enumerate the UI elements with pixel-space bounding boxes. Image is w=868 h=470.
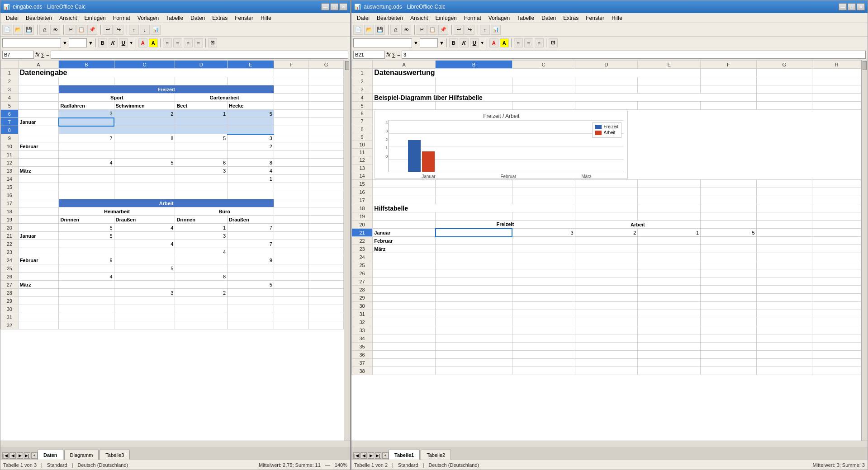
font-size-right[interactable]: 10 pt bbox=[420, 38, 438, 47]
tab-diagramm[interactable]: Diagramm bbox=[64, 450, 99, 460]
tab-first-right[interactable]: |◀ bbox=[353, 452, 360, 459]
menu-hilfe-right[interactable]: Hilfe bbox=[608, 14, 626, 22]
menu-fenster-right[interactable]: Fenster bbox=[582, 14, 608, 22]
col-e-left[interactable]: E bbox=[228, 61, 274, 69]
col-c-right[interactable]: C bbox=[512, 61, 575, 69]
cell-1g[interactable] bbox=[308, 69, 343, 77]
tab-prev-right[interactable]: ◀ bbox=[360, 452, 367, 459]
menu-ansicht-right[interactable]: Ansicht bbox=[407, 14, 432, 22]
vscrollbar-left[interactable] bbox=[344, 60, 350, 441]
tab-tabelle1[interactable]: Tabelle1 bbox=[389, 450, 420, 460]
print-icon-right[interactable]: 🖨 bbox=[390, 25, 400, 35]
align-center-button[interactable]: ≡ bbox=[173, 38, 182, 47]
underline-button-left[interactable]: U bbox=[119, 38, 128, 47]
highlight-right[interactable]: A bbox=[500, 38, 509, 47]
tab-prev-left[interactable]: ◀ bbox=[9, 452, 16, 459]
cut-icon-right[interactable]: ✂ bbox=[417, 25, 427, 35]
tab-last-left[interactable]: ▶| bbox=[24, 452, 30, 459]
redo-icon-right[interactable]: ↪ bbox=[465, 25, 474, 35]
tab-last-right[interactable]: ▶| bbox=[375, 452, 381, 459]
maximize-button-left[interactable]: □ bbox=[330, 3, 338, 10]
underline-button-right[interactable]: U bbox=[470, 38, 479, 47]
tab-tabelle3[interactable]: Tabelle3 bbox=[100, 450, 130, 460]
minimize-button-right[interactable]: — bbox=[839, 3, 847, 10]
open-icon-right[interactable]: 📂 bbox=[364, 25, 374, 35]
hscrollbar-left[interactable] bbox=[0, 441, 350, 447]
justify-button[interactable]: ≡ bbox=[194, 38, 203, 47]
cell-1f[interactable] bbox=[274, 69, 308, 77]
font-size-input-left[interactable]: 10 pt bbox=[69, 38, 87, 47]
col-c-left[interactable]: C bbox=[114, 61, 175, 69]
menu-datei-left[interactable]: Datei bbox=[2, 14, 22, 22]
preview-icon-right[interactable]: 👁 bbox=[401, 25, 411, 35]
chart-container[interactable]: Freizeit / Arbeit 4 3 2 1 0 bbox=[375, 111, 628, 179]
menu-fenster-left[interactable]: Fenster bbox=[231, 14, 257, 22]
cut-icon[interactable]: ✂ bbox=[66, 25, 76, 35]
copy-icon[interactable]: 📋 bbox=[76, 25, 86, 35]
align-left-button[interactable]: ≡ bbox=[163, 38, 172, 47]
paste-icon-right[interactable]: 📌 bbox=[438, 25, 448, 35]
preview-icon[interactable]: 👁 bbox=[50, 25, 60, 35]
col-g-right[interactable]: G bbox=[756, 61, 812, 69]
undo-icon[interactable]: ↩ bbox=[103, 25, 113, 35]
paste-icon[interactable]: 📌 bbox=[87, 25, 97, 35]
col-b-left[interactable]: B bbox=[59, 61, 114, 69]
align-center-right[interactable]: ≡ bbox=[524, 38, 533, 47]
menu-extras-left[interactable]: Extras bbox=[209, 14, 231, 22]
minimize-button-left[interactable]: — bbox=[321, 3, 329, 10]
tab-tabelle2[interactable]: Tabelle2 bbox=[421, 450, 451, 460]
font-color-button-left[interactable]: A bbox=[138, 38, 147, 47]
vscrollbar-right[interactable] bbox=[861, 60, 868, 441]
menu-format-right[interactable]: Format bbox=[460, 14, 485, 22]
italic-button-right[interactable]: K bbox=[460, 38, 469, 47]
menu-ansicht-left[interactable]: Ansicht bbox=[56, 14, 81, 22]
font-name-left[interactable]: Liberation Sans bbox=[2, 38, 61, 47]
col-g-left[interactable]: G bbox=[308, 61, 343, 69]
col-d-right[interactable]: D bbox=[575, 61, 638, 69]
menu-tabelle-left[interactable]: Tabelle bbox=[162, 14, 187, 22]
col-h-right[interactable]: H bbox=[812, 61, 861, 69]
menu-vorlagen-right[interactable]: Vorlagen bbox=[485, 14, 513, 22]
merge-right[interactable]: ⊡ bbox=[549, 38, 558, 47]
new-icon-right[interactable]: 📄 bbox=[353, 25, 363, 35]
highlight-button-left[interactable]: A bbox=[149, 38, 158, 47]
close-button-left[interactable]: ✕ bbox=[339, 3, 347, 10]
font-name-right[interactable]: Liberation Sans bbox=[353, 38, 412, 47]
save-icon[interactable]: 💾 bbox=[24, 25, 34, 35]
col-b-right[interactable]: B bbox=[436, 61, 512, 69]
undo-icon-right[interactable]: ↩ bbox=[454, 25, 464, 35]
chart-icon-right[interactable]: 📊 bbox=[491, 25, 501, 35]
redo-icon[interactable]: ↪ bbox=[114, 25, 123, 35]
menu-tabelle-right[interactable]: Tabelle bbox=[513, 14, 538, 22]
col-a-right[interactable]: A bbox=[373, 61, 436, 69]
open-icon[interactable]: 📂 bbox=[13, 25, 23, 35]
cell-reference-left[interactable] bbox=[2, 51, 34, 59]
tab-daten[interactable]: Daten bbox=[38, 450, 63, 460]
bold-button-right[interactable]: B bbox=[449, 38, 458, 47]
print-icon[interactable]: 🖨 bbox=[39, 25, 49, 35]
menu-einfuegen-left[interactable]: Einfügen bbox=[81, 14, 109, 22]
menu-format-left[interactable]: Format bbox=[109, 14, 134, 22]
menu-datei-right[interactable]: Datei bbox=[353, 14, 373, 22]
hscrollbar-right[interactable] bbox=[351, 441, 868, 447]
sort-desc-icon[interactable]: ↓ bbox=[140, 25, 150, 35]
formula-input-left[interactable] bbox=[51, 51, 348, 59]
save-icon-right[interactable]: 💾 bbox=[375, 25, 385, 35]
col-f-right[interactable]: F bbox=[701, 61, 756, 69]
align-left-right[interactable]: ≡ bbox=[514, 38, 523, 47]
cell-reference-right[interactable] bbox=[353, 51, 385, 59]
formula-input-right[interactable] bbox=[402, 51, 866, 59]
tab-first-left[interactable]: |◀ bbox=[2, 452, 9, 459]
menu-daten-left[interactable]: Daten bbox=[187, 14, 209, 22]
menu-hilfe-left[interactable]: Hilfe bbox=[257, 14, 275, 22]
align-right-right[interactable]: ≡ bbox=[535, 38, 544, 47]
menu-einfuegen-right[interactable]: Einfügen bbox=[432, 14, 460, 22]
col-a-left[interactable]: A bbox=[18, 61, 59, 69]
italic-button-left[interactable]: K bbox=[109, 38, 118, 47]
merge-button[interactable]: ⊡ bbox=[208, 38, 217, 47]
cell-dateneingabe[interactable]: Dateneingabe bbox=[18, 69, 274, 77]
maximize-button-right[interactable]: □ bbox=[848, 3, 856, 10]
copy-icon-right[interactable]: 📋 bbox=[427, 25, 437, 35]
tab-next-left[interactable]: ▶ bbox=[17, 452, 23, 459]
menu-daten-right[interactable]: Daten bbox=[538, 14, 560, 22]
